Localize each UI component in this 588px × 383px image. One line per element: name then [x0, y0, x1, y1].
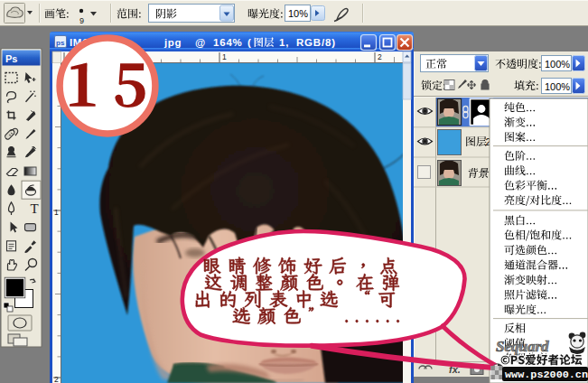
svg-text:100%: 100%: [545, 81, 570, 92]
svg-text:(: (: [247, 37, 251, 48]
svg-text:9: 9: [79, 16, 84, 25]
svg-text:1: 1: [222, 52, 227, 61]
svg-text:@: @: [195, 37, 205, 48]
svg-text:10%: 10%: [288, 8, 308, 19]
svg-text:Sequard: Sequard: [496, 338, 549, 355]
svg-text:2: 2: [378, 52, 382, 61]
svg-text:Ps: Ps: [5, 53, 17, 64]
svg-text:164%: 164%: [213, 37, 243, 48]
svg-text:1: 1: [54, 208, 59, 217]
svg-text:ps: ps: [56, 39, 65, 47]
svg-text:100%: 100%: [545, 59, 570, 70]
svg-text:jpg: jpg: [163, 37, 182, 48]
svg-text:RGB/8): RGB/8): [296, 37, 336, 48]
svg-text:www.ps2000.cn: www.ps2000.cn: [505, 369, 588, 381]
svg-text:T: T: [31, 201, 39, 216]
svg-text:1,: 1,: [279, 37, 289, 48]
svg-text:2: 2: [54, 375, 59, 383]
